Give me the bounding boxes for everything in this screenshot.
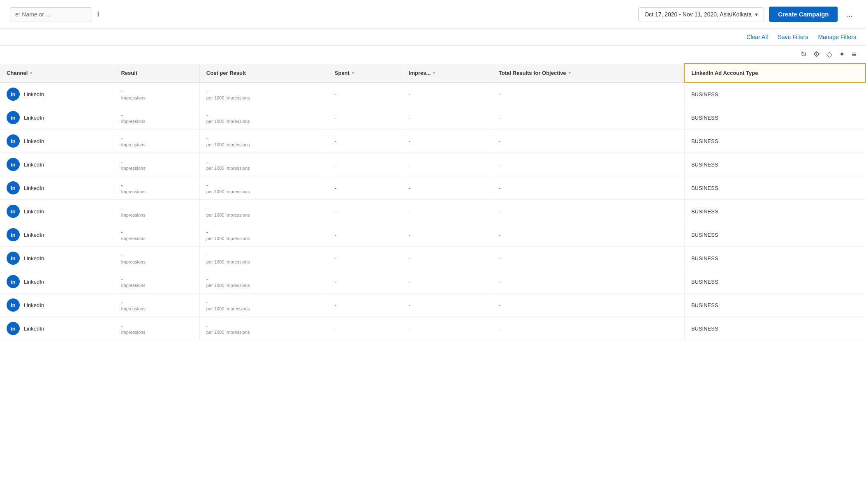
cost-sub-4: per 1000 Impressions <box>206 189 321 194</box>
cell-impressions-10: - <box>402 317 492 340</box>
result-main-9: - <box>121 299 192 305</box>
cell-total-results-9: - <box>492 294 684 317</box>
spent-value-1: - <box>335 115 336 121</box>
cost-main-2: - <box>206 135 321 141</box>
wand-icon[interactable]: ✦ <box>839 50 845 59</box>
cost-main-9: - <box>206 299 321 305</box>
cell-spent-6: - <box>328 223 402 247</box>
cell-channel-3: in LinkedIn <box>0 153 114 176</box>
cost-main-5: - <box>206 206 321 212</box>
impressions-value-7: - <box>409 255 410 261</box>
cell-spent-3: - <box>328 153 402 176</box>
columns-icon[interactable]: ≡ <box>852 50 856 59</box>
cell-total-results-3: - <box>492 153 684 176</box>
table-row: in LinkedIn - Impressions - per 1000 Imp… <box>0 82 866 106</box>
sort-icon-impressions: ▾ <box>433 71 435 75</box>
channel-name-5: LinkedIn <box>24 208 44 215</box>
linkedin-logo-1: in <box>7 111 20 124</box>
impressions-value-2: - <box>409 138 410 144</box>
cell-account-type-6: BUSINESS <box>684 223 866 247</box>
impressions-value-10: - <box>409 326 410 332</box>
channel-name-8: LinkedIn <box>24 279 44 285</box>
total-results-value-4: - <box>499 185 500 191</box>
result-main-3: - <box>121 159 192 165</box>
info-icon[interactable]: ℹ <box>97 10 100 18</box>
account-type-value-3: BUSINESS <box>691 162 718 168</box>
account-type-value-4: BUSINESS <box>691 185 718 191</box>
cell-spent-4: - <box>328 176 402 200</box>
top-bar: ℹ Oct 17, 2020 - Nov 11, 2020, Asia/Kolk… <box>0 0 866 29</box>
col-header-spent[interactable]: Spent ▾ <box>328 64 402 82</box>
channel-name-1: LinkedIn <box>24 115 44 121</box>
cell-cost-3: - per 1000 Impressions <box>199 153 328 176</box>
cell-cost-7: - per 1000 Impressions <box>199 247 328 270</box>
cell-channel-6: in LinkedIn <box>0 223 114 247</box>
toolbar: ↻ ⚙ ◇ ✦ ≡ <box>0 46 866 63</box>
cell-channel-2: in LinkedIn <box>0 129 114 153</box>
col-header-total-results[interactable]: Total Results for Objective ▾ <box>492 64 684 82</box>
spent-value-10: - <box>335 326 336 332</box>
cell-cost-4: - per 1000 Impressions <box>199 176 328 200</box>
result-sub-7: Impressions <box>121 259 192 264</box>
account-type-value-9: BUSINESS <box>691 302 718 308</box>
table-row: in LinkedIn - Impressions - per 1000 Imp… <box>0 317 866 340</box>
save-filters-link[interactable]: Save Filters <box>778 34 808 40</box>
total-results-value-1: - <box>499 115 500 121</box>
col-header-impressions[interactable]: Impres... ▾ <box>402 64 492 82</box>
result-sub-8: Impressions <box>121 283 192 288</box>
cost-main-10: - <box>206 323 321 329</box>
cell-impressions-6: - <box>402 223 492 247</box>
cell-account-type-1: BUSINESS <box>684 106 866 129</box>
cost-sub-10: per 1000 Impressions <box>206 330 321 335</box>
col-header-cost-per-result: Cost per Result <box>199 64 328 82</box>
result-main-7: - <box>121 252 192 259</box>
clear-all-link[interactable]: Clear All <box>746 34 768 40</box>
cell-channel-5: in LinkedIn <box>0 200 114 223</box>
sort-icon-total-results: ▾ <box>569 71 571 75</box>
cell-impressions-7: - <box>402 247 492 270</box>
result-sub-6: Impressions <box>121 236 192 241</box>
cell-account-type-4: BUSINESS <box>684 176 866 200</box>
cell-spent-1: - <box>328 106 402 129</box>
table-row: in LinkedIn - Impressions - per 1000 Imp… <box>0 106 866 129</box>
date-range-button[interactable]: Oct 17, 2020 - Nov 11, 2020, Asia/Kolkat… <box>638 7 764 21</box>
more-options-button[interactable]: ... <box>843 8 856 21</box>
result-sub-4: Impressions <box>121 189 192 194</box>
cell-result-10: - Impressions <box>114 317 199 340</box>
cell-spent-2: - <box>328 129 402 153</box>
cell-cost-6: - per 1000 Impressions <box>199 223 328 247</box>
cell-cost-0: - per 1000 Impressions <box>199 82 328 106</box>
account-type-value-2: BUSINESS <box>691 138 718 144</box>
spent-value-5: - <box>335 208 336 215</box>
cell-total-results-5: - <box>492 200 684 223</box>
cost-sub-0: per 1000 Impressions <box>206 95 321 100</box>
cost-main-3: - <box>206 159 321 165</box>
filter-bar: Clear All Save Filters Manage Filters <box>0 29 866 46</box>
linkedin-logo-4: in <box>7 181 20 194</box>
col-header-channel[interactable]: Channel ▾ <box>0 64 114 82</box>
col-header-account-type[interactable]: LinkedIn Ad Account Type <box>684 64 866 82</box>
table-row: in LinkedIn - Impressions - per 1000 Imp… <box>0 247 866 270</box>
cell-total-results-0: - <box>492 82 684 106</box>
create-campaign-button[interactable]: Create Campaign <box>769 7 838 22</box>
cost-sub-8: per 1000 Impressions <box>206 283 321 288</box>
impressions-value-0: - <box>409 91 410 97</box>
cost-main-8: - <box>206 276 321 282</box>
spent-value-9: - <box>335 302 336 308</box>
result-main-1: - <box>121 112 192 118</box>
refresh-icon[interactable]: ↻ <box>801 50 807 59</box>
impressions-value-6: - <box>409 232 410 238</box>
search-input[interactable] <box>10 7 92 21</box>
cell-result-8: - Impressions <box>114 270 199 294</box>
cell-cost-5: - per 1000 Impressions <box>199 200 328 223</box>
result-sub-5: Impressions <box>121 213 192 217</box>
settings-icon[interactable]: ⚙ <box>813 50 820 59</box>
cost-main-4: - <box>206 182 321 188</box>
manage-filters-link[interactable]: Manage Filters <box>818 34 856 40</box>
linkedin-logo-7: in <box>7 252 20 265</box>
spent-value-0: - <box>335 91 336 97</box>
cell-total-results-6: - <box>492 223 684 247</box>
tag-icon[interactable]: ◇ <box>827 50 832 59</box>
result-sub-2: Impressions <box>121 142 192 147</box>
cell-account-type-8: BUSINESS <box>684 270 866 294</box>
